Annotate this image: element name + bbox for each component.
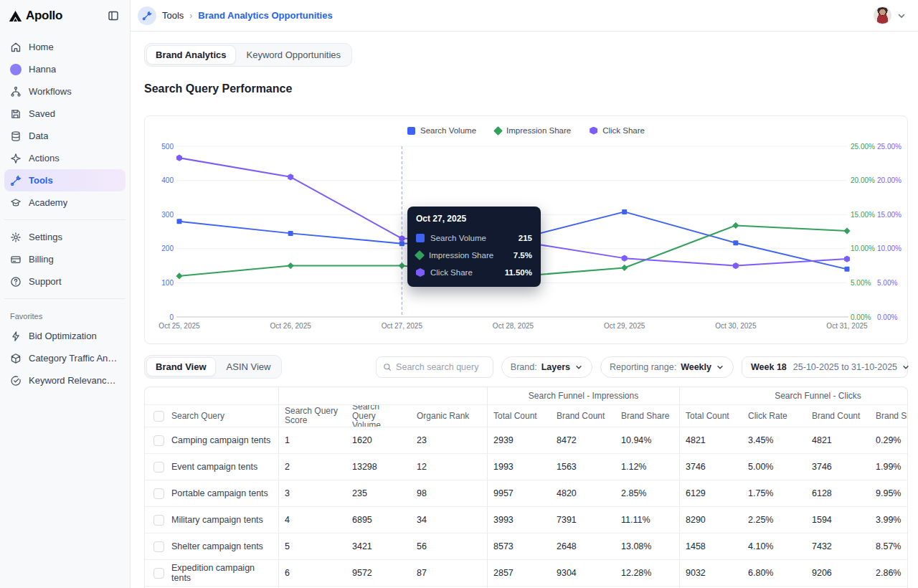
table-cell: 9032 [679, 560, 742, 586]
sidebar-item-actions[interactable]: Actions [4, 147, 126, 169]
workflows-icon [10, 86, 22, 98]
legend-impression-share[interactable]: Impression Share [495, 126, 571, 135]
table-cell: 3 [278, 480, 346, 506]
select-all-checkbox[interactable] [153, 411, 164, 422]
svg-text:15.00%: 15.00% [877, 211, 902, 219]
column-header-label: Search Query Volume [352, 405, 405, 427]
column-header-7: Total Count [679, 405, 742, 427]
table-cell: 9572 [346, 560, 411, 586]
table-cell: 235 [346, 480, 411, 506]
tab-asin-view[interactable]: ASIN View [217, 357, 280, 376]
table-row[interactable]: Expedition campaign tents695728728579304… [145, 559, 907, 586]
row-checkbox[interactable] [153, 488, 164, 499]
analytics-tabs: Brand Analytics Keyword Opportunities [144, 43, 352, 67]
table-cell: 1.12% [615, 454, 679, 480]
breadcrumb-section[interactable]: Tools [162, 10, 184, 21]
group-header-clicks: Search Funnel - Clicks [679, 387, 908, 404]
sidebar-item-category-traffic-analytics[interactable]: Category Traffic Analytics [4, 347, 126, 369]
svg-text:25.00%: 25.00% [851, 143, 875, 151]
credit-card-icon [10, 254, 22, 265]
sidebar-item-support[interactable]: Support [4, 270, 126, 293]
group-spacer [145, 387, 278, 404]
svg-text:0.00%: 0.00% [877, 313, 897, 321]
bolt-icon [10, 331, 22, 342]
user-menu-chevron-icon[interactable] [896, 11, 907, 21]
table-cell: 4 [278, 507, 346, 533]
column-header-label: Click Rate [748, 412, 787, 421]
table-row[interactable]: Portable campaign tents323598995748202.8… [145, 480, 907, 506]
row-checkbox[interactable] [153, 435, 164, 446]
sidebar-item-home[interactable]: Home [4, 36, 126, 58]
apollo-logo-icon [9, 10, 22, 22]
week-selector-dropdown[interactable]: Week 18 25-10-2025 to 31-10-2025 [742, 356, 908, 378]
table-cell: 3.99% [870, 507, 908, 533]
sidebar-item-academy[interactable]: Academy [4, 191, 126, 214]
chart-tooltip: Oct 27, 2025 Search Volume 215 Impressio… [407, 207, 541, 287]
search-input[interactable] [396, 362, 486, 372]
gear-icon [10, 232, 22, 243]
row-checkbox[interactable] [153, 568, 164, 579]
table-cell: 98 [411, 480, 487, 506]
table-cell: 9304 [551, 560, 615, 586]
search-query-searchbox[interactable] [376, 356, 493, 378]
svg-text:Oct 28, 2025: Oct 28, 2025 [493, 322, 534, 330]
table-cell: 2 [278, 454, 346, 480]
table-row[interactable]: Camping campaign tents11620232939847210.… [145, 427, 907, 453]
database-icon [10, 131, 22, 142]
table-cell: 6128 [806, 480, 870, 506]
legend-click-share[interactable]: Click Share [590, 126, 645, 135]
sidebar-item-keyword-relevancy-checker[interactable]: Keyword Relevancy Checker [4, 369, 126, 392]
sidebar-item-workflows[interactable]: Workflows [4, 80, 126, 103]
svg-text:200: 200 [161, 245, 174, 252]
apollo-logo[interactable]: Apollo [9, 9, 62, 23]
save-icon [10, 108, 22, 120]
sidebar-item-data[interactable]: Data [4, 125, 126, 147]
table-cell: 8573 [487, 534, 551, 559]
search-volume-swatch-icon [416, 234, 425, 242]
tab-brand-view[interactable]: Brand View [146, 357, 216, 376]
chevron-down-icon [574, 363, 583, 371]
cube-icon [10, 353, 22, 364]
svg-text:5.00%: 5.00% [851, 279, 871, 287]
column-header-label: Brand Count [812, 412, 860, 421]
table-cell: 3746 [679, 454, 742, 480]
table-row[interactable]: Shelter campaign tents53421568573264813.… [145, 533, 907, 559]
table-cell: 1594 [806, 507, 870, 533]
page-content: Brand Analytics Keyword Opportunities Se… [131, 32, 918, 588]
table-cell: Camping campaign tents [145, 427, 278, 453]
search-icon [383, 362, 392, 372]
tab-brand-analytics[interactable]: Brand Analytics [146, 45, 236, 65]
chart-legend: Search Volume Impression Share Click Sha… [145, 123, 907, 138]
svg-text:Oct 29, 2025: Oct 29, 2025 [604, 322, 645, 330]
logo-wordmark: Apollo [26, 9, 62, 23]
row-checkbox[interactable] [153, 541, 164, 552]
search-query-table: Search Funnel - ImpressionsSearch Funnel… [144, 387, 908, 588]
app-window: Apollo Home Hanna Workflows [0, 0, 918, 588]
tab-keyword-opportunities[interactable]: Keyword Opportunities [237, 45, 351, 65]
table-row[interactable]: Event campaign tents21329812199315631.12… [145, 453, 907, 480]
table-cell: 6895 [346, 507, 411, 533]
column-header-6: Brand Share [615, 405, 679, 427]
view-tabs: Brand View ASIN View [144, 355, 282, 379]
sidebar-item-settings[interactable]: Settings [4, 226, 126, 248]
sidebar-item-bid-optimization[interactable]: Bid Optimization [4, 325, 126, 347]
column-header-label: Search Query [171, 412, 224, 421]
table-cell: 2857 [487, 560, 551, 586]
brand-filter-dropdown[interactable]: Brand: Layers [501, 356, 592, 378]
sidebar-item-saved[interactable]: Saved [4, 103, 126, 125]
table-cell: 2648 [551, 534, 615, 559]
legend-search-volume[interactable]: Search Volume [407, 126, 476, 135]
user-avatar[interactable] [874, 6, 891, 24]
row-checkbox[interactable] [153, 515, 164, 526]
sidebar-item-billing[interactable]: Billing [4, 248, 126, 270]
row-checkbox[interactable] [153, 462, 164, 473]
column-header-4: Total Count [487, 405, 551, 427]
table-cell: 11.11% [615, 507, 679, 533]
sidebar-item-hanna[interactable]: Hanna [4, 58, 126, 80]
reporting-range-dropdown[interactable]: Reporting range: Weekly [600, 356, 734, 378]
table-cell: Expedition campaign tents [145, 560, 278, 586]
sidebar-collapse-icon[interactable] [105, 8, 121, 24]
table-row[interactable]: Military campaign tents46895343993739111… [145, 506, 907, 533]
table-cell: 8472 [551, 427, 615, 453]
sidebar-item-tools[interactable]: Tools [4, 169, 126, 191]
